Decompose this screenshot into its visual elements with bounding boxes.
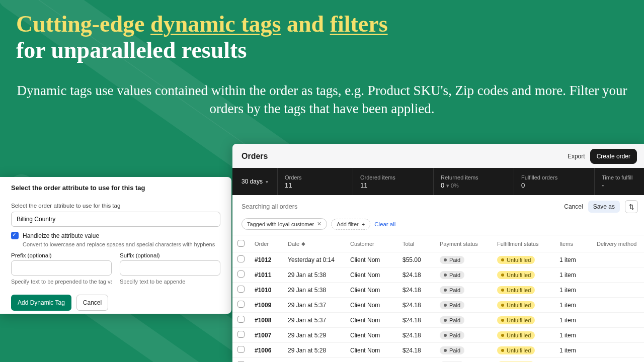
suffix-input[interactable] [120, 260, 220, 276]
col-total[interactable]: Total [403, 241, 438, 247]
metric-returned-items[interactable]: Returned items 0 ▾ 0% [434, 168, 514, 195]
payment-status-badge: Paid [440, 271, 464, 279]
table-row[interactable]: #100929 Jan at 5:37Client Nom$24.18PaidU… [232, 298, 644, 313]
order-id[interactable]: #1009 [255, 302, 286, 309]
table-row[interactable]: #1012Yesterday at 0:14Client Nom$55.00Pa… [232, 252, 644, 267]
order-date: Yesterday at 0:14 [288, 256, 348, 263]
order-id[interactable]: #1007 [255, 332, 286, 339]
payment-status-badge: Paid [440, 316, 464, 324]
payment-status-badge: Paid [440, 301, 464, 309]
fulfillment-status-badge: Unfulfilled [497, 271, 535, 279]
table-row[interactable]: #100629 Jan at 5:28Client Nom$24.18PaidU… [232, 343, 644, 358]
table-row[interactable]: #101129 Jan at 5:38Client Nom$24.18PaidU… [232, 267, 644, 283]
search-status: Searching all orders [242, 203, 297, 210]
metric-ordered-items[interactable]: Ordered items 11 [353, 168, 434, 195]
col-payment[interactable]: Payment status [440, 241, 495, 247]
order-id[interactable]: #1012 [255, 256, 286, 263]
row-checkbox[interactable] [237, 286, 245, 293]
attribute-select[interactable] [11, 212, 220, 227]
order-date: 29 Jan at 5:37 [288, 302, 348, 309]
close-icon[interactable]: ✕ [317, 221, 321, 227]
add-dynamic-tag-button[interactable]: Add Dynamic Tag [11, 295, 71, 311]
prefix-input[interactable] [11, 260, 112, 276]
order-date: 29 Jan at 5:29 [288, 332, 348, 339]
order-items: 1 item [559, 287, 595, 294]
row-checkbox[interactable] [237, 301, 245, 308]
subheadline: Dynamic tags use values contained within… [16, 81, 628, 118]
handleize-label: Handleize the attribute value [23, 232, 99, 239]
order-id[interactable]: #1006 [255, 347, 286, 354]
plus-icon: + [362, 221, 365, 227]
table-row[interactable]: #100829 Jan at 5:37Client Nom$24.18PaidU… [232, 313, 644, 328]
create-order-button[interactable]: Create order [590, 149, 637, 164]
fulfillment-status-badge: Unfulfilled [497, 316, 535, 324]
order-date: 29 Jan at 5:38 [288, 272, 348, 279]
filter-tagged-with[interactable]: Tagged with loyal-customer✕ [242, 218, 327, 230]
metrics-range[interactable]: 30 days▾ [232, 168, 278, 195]
order-customer: Client Nom [350, 287, 400, 294]
metrics-bar: 30 days▾ Orders 11 Ordered items 11 Retu… [232, 168, 644, 195]
row-checkbox[interactable] [237, 255, 245, 262]
handleize-hint: Convert to lowercase and replace spaces … [23, 241, 220, 247]
sort-button[interactable]: ⇅ [625, 200, 638, 213]
modal-title: Select the order attribute to use for th… [11, 184, 220, 192]
save-as-button[interactable]: Save as [588, 201, 620, 213]
order-id[interactable]: #1011 [255, 272, 286, 279]
row-checkbox[interactable] [237, 331, 245, 338]
handleize-checkbox[interactable] [11, 232, 19, 239]
order-customer: Client Nom [350, 332, 400, 339]
order-date: 29 Jan at 5:37 [288, 317, 348, 324]
metric-fulfilled-orders[interactable]: Fulfilled orders 0 [514, 168, 595, 195]
order-total: $24.18 [403, 317, 438, 324]
sort-indicator-icon: ◆ [301, 241, 305, 246]
order-id[interactable]: #1010 [255, 287, 286, 294]
order-customer: Client Nom [350, 347, 400, 354]
table-row[interactable]: #101029 Jan at 5:38Client Nom$24.18PaidU… [232, 283, 644, 298]
order-id[interactable]: #1008 [255, 317, 286, 324]
col-fulfillment[interactable]: Fulfillment status [497, 241, 557, 247]
row-checkbox[interactable] [237, 270, 245, 278]
payment-status-badge: Paid [440, 331, 464, 339]
metric-orders[interactable]: Orders 11 [278, 168, 353, 195]
cancel-search-link[interactable]: Cancel [564, 203, 583, 210]
col-delivery[interactable]: Delivery method [597, 241, 644, 247]
payment-status-badge: Paid [440, 346, 464, 354]
dynamic-tag-modal: Select the order attribute to use for th… [0, 177, 231, 314]
order-total: $24.18 [403, 347, 438, 354]
metric-time-to-fulfill[interactable]: Time to fulfill - [595, 168, 644, 195]
order-date: 29 Jan at 5:28 [288, 347, 348, 354]
orders-panel: Orders Export Create order 30 days▾ Orde… [232, 144, 644, 362]
chevron-down-icon: ▾ [266, 179, 268, 185]
order-customer: Client Nom [350, 272, 400, 279]
clear-all-link[interactable]: Clear all [374, 221, 395, 227]
order-total: $24.18 [403, 287, 438, 294]
table-row[interactable]: #100729 Jan at 5:29Client Nom$24.18PaidU… [232, 328, 644, 343]
row-checkbox[interactable] [237, 346, 245, 353]
cancel-button[interactable]: Cancel [76, 295, 108, 311]
add-filter-button[interactable]: Add filter+ [331, 219, 370, 230]
col-order[interactable]: Order [255, 241, 286, 247]
fulfillment-status-badge: Unfulfilled [497, 346, 535, 354]
select-all-checkbox[interactable] [237, 240, 245, 247]
payment-status-badge: Paid [440, 256, 464, 264]
order-date: 29 Jan at 5:38 [288, 287, 348, 294]
col-date[interactable]: Date◆ [288, 241, 348, 247]
row-checkbox[interactable] [237, 316, 245, 323]
payment-status-badge: Paid [440, 286, 464, 294]
export-link[interactable]: Export [568, 153, 585, 160]
col-items[interactable]: Items [559, 241, 595, 247]
order-customer: Client Nom [350, 317, 400, 324]
table-row[interactable]: #100529 Jan at 5:27Client Nom$24.18PaidU… [232, 358, 644, 362]
fulfillment-status-badge: Unfulfilled [497, 301, 535, 309]
order-customer: Client Nom [350, 256, 400, 263]
order-total: $24.18 [403, 332, 438, 339]
order-items: 1 item [559, 347, 595, 354]
order-total: $24.18 [403, 272, 438, 279]
fulfillment-status-badge: Unfulfilled [497, 331, 535, 339]
col-customer[interactable]: Customer [350, 241, 400, 247]
order-items: 1 item [559, 272, 595, 279]
order-items: 1 item [559, 332, 595, 339]
suffix-label: Suffix (optional) [120, 252, 220, 258]
suffix-help: Specify text to be appende [120, 279, 220, 285]
fulfillment-status-badge: Unfulfilled [497, 256, 535, 264]
